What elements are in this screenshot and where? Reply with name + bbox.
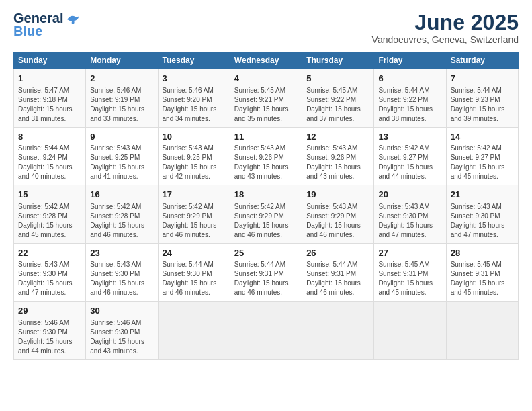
day-info: Sunrise: 5:47 AMSunset: 9:18 PMDaylight:… [18, 87, 73, 122]
day-info: Sunrise: 5:43 AMSunset: 9:30 PMDaylight:… [18, 261, 73, 296]
day-info: Sunrise: 5:45 AMSunset: 9:31 PMDaylight:… [378, 261, 433, 296]
calendar-cell: 14Sunrise: 5:42 AMSunset: 9:27 PMDayligh… [446, 127, 518, 185]
day-info: Sunrise: 5:43 AMSunset: 9:30 PMDaylight:… [451, 203, 505, 238]
calendar-row: 15Sunrise: 5:42 AMSunset: 9:28 PMDayligh… [14, 185, 519, 244]
day-number: 1 [18, 73, 81, 85]
day-number: 9 [90, 131, 153, 143]
day-info: Sunrise: 5:43 AMSunset: 9:26 PMDaylight:… [306, 144, 361, 180]
header: General Blue June 2025 Vandoeuvres, Gene… [13, 11, 519, 45]
day-number: 18 [234, 189, 298, 201]
calendar-cell: 22Sunrise: 5:43 AMSunset: 9:30 PMDayligh… [14, 243, 86, 302]
calendar-cell: 26Sunrise: 5:44 AMSunset: 9:31 PMDayligh… [302, 243, 374, 302]
calendar-cell [158, 302, 230, 360]
day-info: Sunrise: 5:44 AMSunset: 9:22 PMDaylight:… [378, 87, 433, 122]
day-info: Sunrise: 5:45 AMSunset: 9:31 PMDaylight:… [451, 261, 505, 296]
day-number: 20 [378, 189, 441, 201]
calendar-row: 8Sunrise: 5:44 AMSunset: 9:24 PMDaylight… [14, 127, 519, 185]
calendar-cell: 24Sunrise: 5:44 AMSunset: 9:30 PMDayligh… [158, 243, 230, 302]
day-number: 30 [90, 305, 153, 317]
day-info: Sunrise: 5:44 AMSunset: 9:31 PMDaylight:… [306, 261, 361, 296]
calendar-cell: 16Sunrise: 5:42 AMSunset: 9:28 PMDayligh… [86, 185, 158, 244]
day-number: 17 [163, 189, 226, 201]
day-number: 15 [18, 189, 81, 201]
calendar-cell: 4Sunrise: 5:45 AMSunset: 9:21 PMDaylight… [230, 69, 302, 128]
calendar-cell: 15Sunrise: 5:42 AMSunset: 9:28 PMDayligh… [14, 185, 86, 244]
day-info: Sunrise: 5:42 AMSunset: 9:28 PMDaylight:… [18, 203, 73, 238]
location: Vandoeuvres, Geneva, Switzerland [372, 34, 519, 45]
calendar-cell: 29Sunrise: 5:46 AMSunset: 9:30 PMDayligh… [14, 302, 86, 360]
day-info: Sunrise: 5:42 AMSunset: 9:29 PMDaylight:… [234, 203, 289, 238]
day-info: Sunrise: 5:42 AMSunset: 9:29 PMDaylight:… [163, 203, 217, 238]
calendar-cell: 7Sunrise: 5:44 AMSunset: 9:23 PMDaylight… [446, 69, 518, 128]
calendar-cell: 23Sunrise: 5:43 AMSunset: 9:30 PMDayligh… [86, 243, 158, 302]
calendar-cell [230, 302, 302, 360]
calendar-cell: 1Sunrise: 5:47 AMSunset: 9:18 PMDaylight… [14, 69, 86, 128]
calendar-cell: 8Sunrise: 5:44 AMSunset: 9:24 PMDaylight… [14, 127, 86, 185]
day-info: Sunrise: 5:45 AMSunset: 9:21 PMDaylight:… [234, 87, 289, 122]
day-info: Sunrise: 5:42 AMSunset: 9:28 PMDaylight:… [90, 203, 144, 238]
calendar-cell: 12Sunrise: 5:43 AMSunset: 9:26 PMDayligh… [302, 127, 374, 185]
logo-text-blue: Blue [13, 24, 42, 39]
day-number: 29 [18, 305, 81, 317]
day-info: Sunrise: 5:43 AMSunset: 9:25 PMDaylight:… [163, 144, 217, 180]
day-info: Sunrise: 5:44 AMSunset: 9:31 PMDaylight:… [234, 261, 289, 296]
calendar-cell: 19Sunrise: 5:43 AMSunset: 9:29 PMDayligh… [302, 185, 374, 244]
calendar-cell: 27Sunrise: 5:45 AMSunset: 9:31 PMDayligh… [374, 243, 446, 302]
day-number: 8 [18, 131, 81, 143]
calendar-cell: 2Sunrise: 5:46 AMSunset: 9:19 PMDaylight… [86, 69, 158, 128]
day-number: 25 [234, 247, 298, 259]
day-info: Sunrise: 5:46 AMSunset: 9:30 PMDaylight:… [18, 319, 73, 355]
day-number: 11 [234, 131, 298, 143]
day-number: 10 [163, 131, 226, 143]
day-info: Sunrise: 5:44 AMSunset: 9:24 PMDaylight:… [18, 144, 73, 180]
day-info: Sunrise: 5:45 AMSunset: 9:22 PMDaylight:… [306, 87, 361, 122]
day-number: 27 [378, 247, 441, 259]
calendar-cell: 17Sunrise: 5:42 AMSunset: 9:29 PMDayligh… [158, 185, 230, 244]
day-info: Sunrise: 5:46 AMSunset: 9:30 PMDaylight:… [90, 319, 144, 355]
day-number: 12 [306, 131, 369, 143]
day-number: 16 [90, 189, 153, 201]
day-number: 14 [451, 131, 514, 143]
col-friday: Friday [374, 52, 446, 69]
calendar-header-row: Sunday Monday Tuesday Wednesday Thursday… [14, 52, 519, 69]
col-thursday: Thursday [302, 52, 374, 69]
col-sunday: Sunday [14, 52, 86, 69]
calendar-cell: 11Sunrise: 5:43 AMSunset: 9:26 PMDayligh… [230, 127, 302, 185]
calendar-cell: 18Sunrise: 5:42 AMSunset: 9:29 PMDayligh… [230, 185, 302, 244]
col-saturday: Saturday [446, 52, 518, 69]
col-monday: Monday [86, 52, 158, 69]
calendar-cell: 21Sunrise: 5:43 AMSunset: 9:30 PMDayligh… [446, 185, 518, 244]
day-number: 22 [18, 247, 81, 259]
day-number: 2 [90, 73, 153, 85]
calendar-cell: 25Sunrise: 5:44 AMSunset: 9:31 PMDayligh… [230, 243, 302, 302]
col-tuesday: Tuesday [158, 52, 230, 69]
page-container: General Blue June 2025 Vandoeuvres, Gene… [0, 0, 532, 367]
calendar-cell: 13Sunrise: 5:42 AMSunset: 9:27 PMDayligh… [374, 127, 446, 185]
calendar-cell: 6Sunrise: 5:44 AMSunset: 9:22 PMDaylight… [374, 69, 446, 128]
day-number: 23 [90, 247, 153, 259]
day-info: Sunrise: 5:46 AMSunset: 9:20 PMDaylight:… [163, 87, 217, 122]
day-number: 4 [234, 73, 298, 85]
day-number: 19 [306, 189, 369, 201]
day-number: 7 [451, 73, 514, 85]
day-number: 28 [451, 247, 514, 259]
title-area: June 2025 Vandoeuvres, Geneva, Switzerla… [372, 11, 519, 45]
day-info: Sunrise: 5:42 AMSunset: 9:27 PMDaylight:… [451, 144, 505, 180]
day-info: Sunrise: 5:43 AMSunset: 9:30 PMDaylight:… [378, 203, 433, 238]
day-number: 26 [306, 247, 369, 259]
day-info: Sunrise: 5:43 AMSunset: 9:29 PMDaylight:… [306, 203, 361, 238]
day-info: Sunrise: 5:43 AMSunset: 9:25 PMDaylight:… [90, 144, 144, 180]
calendar-cell: 3Sunrise: 5:46 AMSunset: 9:20 PMDaylight… [158, 69, 230, 128]
calendar-cell: 28Sunrise: 5:45 AMSunset: 9:31 PMDayligh… [446, 243, 518, 302]
day-number: 24 [163, 247, 226, 259]
calendar-table: Sunday Monday Tuesday Wednesday Thursday… [13, 52, 519, 360]
logo: General Blue [13, 11, 81, 39]
day-number: 5 [306, 73, 369, 85]
logo-bird-icon [66, 13, 81, 25]
day-number: 6 [378, 73, 441, 85]
calendar-cell: 10Sunrise: 5:43 AMSunset: 9:25 PMDayligh… [158, 127, 230, 185]
day-info: Sunrise: 5:43 AMSunset: 9:30 PMDaylight:… [90, 261, 144, 296]
calendar-row: 22Sunrise: 5:43 AMSunset: 9:30 PMDayligh… [14, 243, 519, 302]
calendar-cell [302, 302, 374, 360]
calendar-cell [446, 302, 518, 360]
